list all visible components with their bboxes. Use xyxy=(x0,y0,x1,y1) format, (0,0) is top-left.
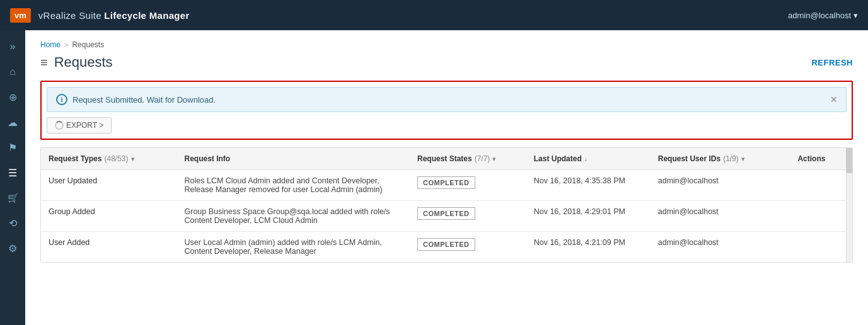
breadcrumb-separator: > xyxy=(64,41,68,48)
col-header-request-info: Request Info xyxy=(177,148,410,170)
deploy-icon[interactable]: ⟲ xyxy=(1,212,24,234)
home-icon[interactable]: ⌂ xyxy=(1,60,24,83)
breadcrumb-current: Requests xyxy=(72,40,104,49)
alert-box: i Request Submitted. Wait for Download. … xyxy=(47,87,847,112)
requests-table: Request Types (48/53) ▾ Request Info Req… xyxy=(40,147,853,263)
scrollbar-thumb[interactable] xyxy=(846,148,852,173)
col-header-request-types[interactable]: Request Types (48/53) ▾ xyxy=(41,148,177,170)
table-row: Group Added Group Business Space Group@s… xyxy=(41,201,852,232)
col-filter-count-request-types: (48/53) xyxy=(104,154,128,163)
chevron-down-icon: ▾ xyxy=(492,156,495,162)
cell-user-id: admin@localhost xyxy=(651,232,790,263)
cloud-icon[interactable]: ☁ xyxy=(1,111,24,134)
col-label-request-types: Request Types xyxy=(49,154,101,163)
chevron-down-icon: ▾ xyxy=(131,156,134,162)
cell-request-info: Roles LCM Cloud Admin added and Content … xyxy=(177,170,410,201)
cell-request-state: COMPLETED xyxy=(410,201,526,232)
sort-desc-icon: ↓ xyxy=(584,156,587,162)
alert-close-button[interactable]: × xyxy=(830,94,837,105)
cell-last-updated: Nov 16, 2018, 4:21:09 PM xyxy=(526,232,651,263)
status-badge: COMPLETED xyxy=(417,238,475,251)
expand-icon[interactable]: » xyxy=(1,35,24,58)
col-label-request-states: Request States xyxy=(417,154,472,163)
cell-request-state: COMPLETED xyxy=(410,170,526,201)
cell-actions xyxy=(790,201,852,232)
col-header-last-updated[interactable]: Last Updated ↓ xyxy=(526,148,651,170)
col-header-actions: Actions xyxy=(790,148,852,170)
topnav: vm vRealize Suite Lifecycle Manager admi… xyxy=(0,0,868,30)
refresh-button[interactable]: REFRESH xyxy=(811,58,853,67)
group-icon[interactable]: ⚑ xyxy=(1,136,24,159)
status-badge: COMPLETED xyxy=(417,176,475,189)
export-button[interactable]: EXPORT > xyxy=(47,117,112,134)
chevron-down-icon: ▾ xyxy=(854,11,858,20)
export-label: EXPORT > xyxy=(66,121,103,130)
cell-actions xyxy=(790,170,852,201)
status-badge: COMPLETED xyxy=(417,207,475,220)
table-row: User Updated Roles LCM Cloud Admin added… xyxy=(41,170,852,201)
app-title: vRealize Suite Lifecycle Manager xyxy=(38,10,190,21)
page-header: ≡ Requests REFRESH xyxy=(40,54,853,71)
col-filter-count-request-states: (7/7) xyxy=(475,154,490,163)
cell-user-id: admin@localhost xyxy=(651,170,790,201)
col-header-request-user-ids[interactable]: Request User IDs (1/9) ▾ xyxy=(651,148,790,170)
cell-request-info: Group Business Space Group@sqa.local add… xyxy=(177,201,410,232)
cell-last-updated: Nov 16, 2018, 4:35:38 PM xyxy=(526,170,651,201)
breadcrumb: Home > Requests xyxy=(40,40,853,49)
cell-request-state: COMPLETED xyxy=(410,232,526,263)
cell-request-type: User Updated xyxy=(41,170,177,201)
alert-content: i Request Submitted. Wait for Download. xyxy=(56,94,216,105)
cell-request-info: User Local Admin (admin) added with role… xyxy=(177,232,410,263)
vm-logo: vm xyxy=(10,8,31,23)
page-title-icon: ≡ xyxy=(40,55,48,70)
chevron-down-icon: ▾ xyxy=(741,156,744,162)
cell-user-id: admin@localhost xyxy=(651,201,790,232)
list-icon[interactable]: ☰ xyxy=(1,161,24,184)
cell-last-updated: Nov 16, 2018, 4:29:01 PM xyxy=(526,201,651,232)
col-label-last-updated: Last Updated xyxy=(534,154,582,163)
cell-request-type: Group Added xyxy=(41,201,177,232)
user-menu[interactable]: admin@localhost ▾ xyxy=(788,11,858,20)
cart-icon[interactable]: 🛒 xyxy=(1,186,24,209)
info-icon: i xyxy=(56,94,67,105)
sidebar: » ⌂ ⊕ ☁ ⚑ ☰ 🛒 ⟲ ⚙ xyxy=(0,30,25,325)
export-spinner xyxy=(55,121,64,130)
cell-actions xyxy=(790,232,852,263)
col-label-actions: Actions xyxy=(797,154,825,163)
alert-message: Request Submitted. Wait for Download. xyxy=(72,95,216,105)
col-label-request-user-ids: Request User IDs xyxy=(658,154,720,163)
table-row: User Added User Local Admin (admin) adde… xyxy=(41,232,852,263)
table-header-row: Request Types (48/53) ▾ Request Info Req… xyxy=(41,148,852,170)
add-circle-icon[interactable]: ⊕ xyxy=(1,86,24,108)
gear-icon[interactable]: ⚙ xyxy=(1,237,24,259)
main-content: Home > Requests ≡ Requests REFRESH i Req… xyxy=(25,30,868,325)
col-header-request-states[interactable]: Request States (7/7) ▾ xyxy=(410,148,526,170)
breadcrumb-home-link[interactable]: Home xyxy=(40,40,61,49)
col-filter-count-user-ids: (1/9) xyxy=(723,154,739,163)
scrollbar-track[interactable] xyxy=(846,148,852,262)
alert-wrapper: i Request Submitted. Wait for Download. … xyxy=(40,81,853,140)
col-label-request-info: Request Info xyxy=(185,154,231,163)
cell-request-type: User Added xyxy=(41,232,177,263)
page-title: ≡ Requests xyxy=(40,54,113,71)
